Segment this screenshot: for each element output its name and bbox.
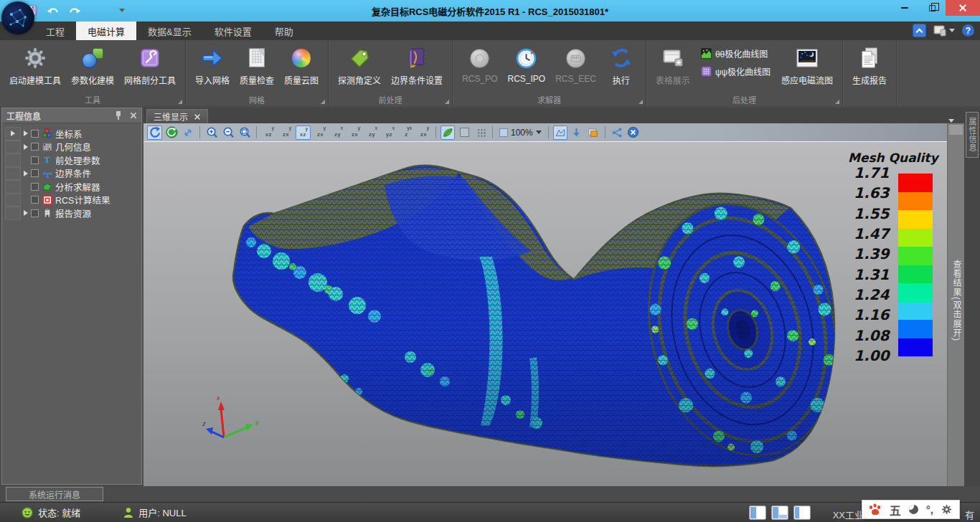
strip-handle[interactable]: [949, 125, 963, 135]
expander-icon[interactable]: [24, 130, 28, 136]
tab-em-compute[interactable]: 电磁计算: [76, 22, 136, 40]
tree-item-solver[interactable]: 分析求解器: [5, 180, 138, 194]
view-zy2-button[interactable]: xzy: [364, 125, 380, 140]
view-zx-button[interactable]: yzx: [278, 125, 293, 140]
checkbox[interactable]: [31, 183, 39, 191]
checkbox[interactable]: [31, 156, 39, 164]
em-flow-button[interactable]: 感应电磁流图: [776, 43, 838, 86]
zoom-fit-button[interactable]: [237, 125, 252, 140]
layout-bottom-button[interactable]: [793, 506, 811, 520]
tree-item-rcs-results[interactable]: RCS计算结果: [5, 194, 138, 207]
scene-manager-button[interactable]: [586, 125, 600, 140]
fit-view-button[interactable]: [553, 125, 567, 140]
group-expand-icon[interactable]: [178, 100, 182, 104]
checkbox[interactable]: [31, 196, 39, 204]
minimize-button[interactable]: [891, 0, 918, 16]
share-button[interactable]: [610, 125, 624, 140]
shaded-view-button[interactable]: [440, 125, 455, 140]
rcs-eec-button[interactable]: RCS_EEC: [550, 43, 601, 84]
checkbox[interactable]: [31, 130, 39, 138]
properties-tab[interactable]: 属性信息: [966, 112, 979, 158]
parametric-modeling-button[interactable]: 参数化建模: [66, 43, 119, 86]
app-logo[interactable]: [1, 1, 34, 34]
execute-button[interactable]: 执行: [601, 43, 641, 86]
tab-engineering[interactable]: 工程: [34, 22, 76, 40]
rcs-ipo-button[interactable]: RCS_IPO: [502, 43, 550, 84]
group-expand-icon[interactable]: [835, 100, 839, 104]
group-expand-icon[interactable]: [639, 100, 643, 104]
tree-item-boundary[interactable]: 边界条件: [5, 167, 138, 181]
quality-check-button[interactable]: 质量检查: [235, 43, 279, 86]
undo-button[interactable]: [46, 3, 60, 17]
theta-curve-button[interactable]: θθ极化曲线图: [701, 47, 771, 60]
tab-help[interactable]: 帮助: [263, 22, 305, 40]
tree-item-coords[interactable]: 坐标系: [5, 127, 138, 141]
group-expand-icon[interactable]: [321, 100, 325, 104]
viewport-canvas-3d[interactable]: x y z Mesh Quality 1.71 1.63 1.55 1.47 1…: [143, 142, 947, 486]
wireframe-view-button[interactable]: [457, 125, 471, 140]
expander-icon[interactable]: [24, 144, 28, 150]
view-zx3-button[interactable]: yzx: [347, 125, 362, 140]
start-modeling-button[interactable]: 启动建模工具: [4, 43, 66, 86]
checkbox[interactable]: [31, 143, 39, 151]
generate-report-button[interactable]: 生成报告: [847, 43, 892, 86]
restore-button[interactable]: [918, 0, 946, 16]
zoom-level-control[interactable]: 100%: [497, 128, 544, 138]
view-yz-button[interactable]: xyz: [382, 125, 397, 140]
tree-item-geometry[interactable]: 几何信息: [5, 141, 138, 154]
zoom-in-button[interactable]: [204, 125, 219, 140]
help-button[interactable]: [962, 24, 974, 37]
ime-mode-button[interactable]: 五: [890, 501, 901, 518]
expander-icon[interactable]: [24, 210, 28, 216]
view-iso-button[interactable]: yxz: [399, 125, 414, 140]
stop-button[interactable]: [626, 125, 641, 140]
results-collapsed-strip[interactable]: 查看结果(双击展开): [947, 123, 964, 486]
layout-split-button[interactable]: [771, 506, 788, 520]
group-expand-icon[interactable]: [445, 100, 449, 104]
display-style-button[interactable]: [933, 25, 955, 37]
view-xz2-button[interactable]: yxz: [296, 125, 311, 140]
view-zx2-button[interactable]: yzx: [313, 125, 328, 140]
tab-3d-display[interactable]: 三维显示: [146, 109, 208, 123]
orbit-view-button[interactable]: [164, 125, 179, 140]
view-xz-button[interactable]: yxz: [261, 125, 276, 140]
expander-icon[interactable]: [24, 171, 28, 176]
panel-close-icon[interactable]: [131, 113, 137, 119]
system-message-tab[interactable]: 系统运行消息: [6, 487, 103, 501]
rotate-view-button[interactable]: [147, 125, 162, 140]
group-label: 网格: [186, 94, 328, 105]
tree-item-preprocess-params[interactable]: T 前处理参数: [5, 153, 138, 167]
collapse-ribbon-button[interactable]: [913, 24, 926, 37]
coordinate-system-icon: [42, 128, 52, 139]
probe-angle-button[interactable]: 探测角定义: [333, 43, 386, 86]
table-show-button[interactable]: 表格展示: [651, 43, 695, 86]
view-zx4-button[interactable]: yzx: [416, 125, 431, 140]
tab-data-display[interactable]: 数据&显示: [136, 22, 203, 40]
layout-left-button[interactable]: [749, 506, 766, 520]
quick-access-dropdown[interactable]: [115, 3, 129, 17]
pin-icon[interactable]: [116, 111, 121, 120]
ime-halfwidth-moon-icon[interactable]: [909, 505, 918, 514]
pan-zoom-button[interactable]: [181, 125, 195, 140]
points-view-button[interactable]: [473, 125, 488, 140]
ime-punctuation-button[interactable]: °,: [926, 503, 933, 516]
redo-button[interactable]: [67, 3, 82, 17]
tab-close-icon[interactable]: [194, 114, 200, 120]
checkbox[interactable]: [31, 209, 39, 217]
ime-logo-paw-icon[interactable]: [870, 504, 882, 515]
close-button[interactable]: [946, 0, 980, 16]
import-mesh-button[interactable]: 导入网格: [190, 43, 235, 86]
report-document-icon: [859, 46, 880, 70]
quality-cloud-button[interactable]: 质量云图: [279, 43, 324, 86]
mesh-tool-button[interactable]: 网格剖分工具: [119, 43, 181, 86]
ime-settings-gear-icon[interactable]: [941, 504, 952, 515]
tree-item-report-resources[interactable]: 报告资源: [5, 207, 138, 220]
checkbox[interactable]: [31, 169, 39, 177]
rcs-po-button[interactable]: RCS_PO: [457, 43, 502, 84]
view-zy-button[interactable]: xzy: [330, 125, 345, 140]
psi-curve-button[interactable]: ψψ极化曲线图: [701, 65, 771, 77]
tab-software-settings[interactable]: 软件设置: [203, 22, 263, 40]
save-view-button[interactable]: [570, 125, 584, 140]
boundary-setting-button[interactable]: 边界条件设置: [386, 43, 448, 86]
zoom-out-button[interactable]: [221, 125, 235, 140]
